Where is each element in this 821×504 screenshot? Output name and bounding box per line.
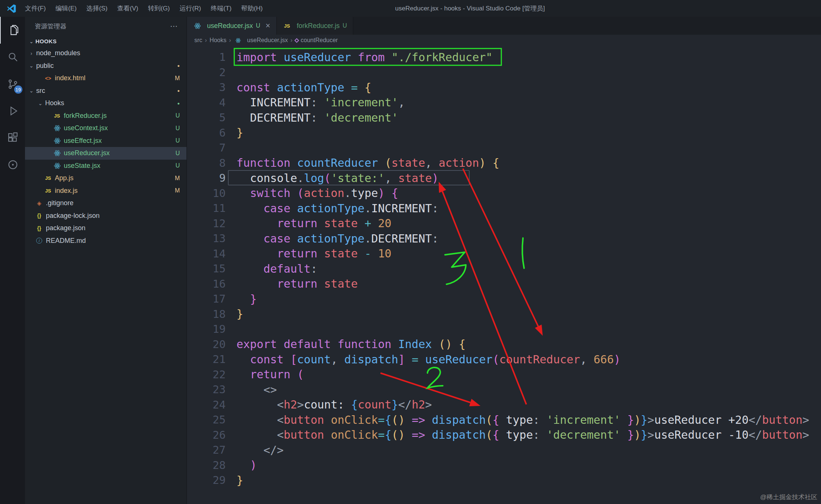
line-number[interactable]: 24 xyxy=(187,398,236,411)
line-number[interactable]: 27 xyxy=(187,444,236,456)
run-debug-icon[interactable] xyxy=(0,97,25,124)
code-line-14[interactable]: 14 return state - 10 xyxy=(187,246,821,262)
tree-item-node-modules[interactable]: ›node_modules xyxy=(25,47,187,60)
line-number[interactable]: 14 xyxy=(187,247,236,260)
tree-item-hooks[interactable]: ⌄Hooks● xyxy=(25,97,187,110)
line-number[interactable]: 3 xyxy=(187,81,236,94)
code-line-7[interactable]: 7 xyxy=(187,140,821,156)
menu-item-5[interactable]: 运行(R) xyxy=(175,0,206,17)
line-number[interactable]: 26 xyxy=(187,429,236,441)
token xyxy=(351,51,358,64)
tree-item-public[interactable]: ⌄public● xyxy=(25,60,187,72)
tree-item-forkreducer-js[interactable]: JSforkReducer.jsU xyxy=(25,110,187,122)
tree-item-readme-md[interactable]: iREADME.md xyxy=(25,235,187,247)
tree-item-usecontext-jsx[interactable]: useContext.jsxU xyxy=(25,122,187,135)
line-number[interactable]: 13 xyxy=(187,232,236,245)
source-control-icon[interactable]: 19 xyxy=(0,71,25,97)
code-line-13[interactable]: 13 case actionType.DECREMENT: xyxy=(187,231,821,246)
tree-item-gitignore[interactable]: ◈.gitignore xyxy=(25,197,187,210)
code-line-19[interactable]: 19 xyxy=(187,322,821,337)
breadcrumb-item-hooks[interactable]: Hooks xyxy=(210,37,226,44)
line-number[interactable]: 6 xyxy=(187,126,236,139)
line-number[interactable]: 28 xyxy=(187,459,236,472)
extensions-icon[interactable] xyxy=(0,124,25,151)
breadcrumb-item-usereducer-jsx[interactable]: useReducer.jsx xyxy=(234,37,288,44)
line-number[interactable]: 25 xyxy=(187,413,236,426)
code-line-4[interactable]: 4 INCREMENT: 'increment', xyxy=(187,95,821,110)
tab-forkreducer-js[interactable]: JSforkReducer.jsU xyxy=(277,17,354,35)
line-number[interactable]: 5 xyxy=(187,111,236,124)
section-header-hooks[interactable]: ⌄ HOOKS xyxy=(25,35,187,47)
code-line-29[interactable]: 29} xyxy=(187,473,821,488)
code-editor[interactable]: 1import useReducer from "./forkReducer"2… xyxy=(187,46,821,504)
code-line-22[interactable]: 22 return ( xyxy=(187,367,821,382)
line-number[interactable]: 16 xyxy=(187,278,236,290)
menu-item-4[interactable]: 转到(G) xyxy=(143,0,175,17)
line-number[interactable]: 11 xyxy=(187,202,236,215)
line-number[interactable]: 8 xyxy=(187,157,236,169)
code-line-24[interactable]: 24 <h2>count: {count}</h2> xyxy=(187,397,821,413)
breadcrumb-item-src[interactable]: src xyxy=(194,37,202,44)
tree-item-package-lock-json[interactable]: {}package-lock.json xyxy=(25,210,187,222)
menu-item-1[interactable]: 编辑(E) xyxy=(51,0,82,17)
code-line-1[interactable]: 1import useReducer from "./forkReducer" xyxy=(187,50,821,65)
code-line-21[interactable]: 21 const [count, dispatch] = useReducer(… xyxy=(187,352,821,367)
line-number[interactable]: 21 xyxy=(187,353,236,366)
code-line-8[interactable]: 8function countReducer (state, action) { xyxy=(187,156,821,171)
code-line-26[interactable]: 26 <button onClick={() => dispatch({ typ… xyxy=(187,428,821,443)
line-number[interactable]: 1 xyxy=(187,51,236,63)
line-number[interactable]: 18 xyxy=(187,308,236,320)
tree-item-app-js[interactable]: JSApp.jsM xyxy=(25,172,187,185)
menu-item-2[interactable]: 选择(S) xyxy=(81,0,112,17)
code-line-5[interactable]: 5 DECREMENT: 'decrement' xyxy=(187,110,821,125)
code-line-18[interactable]: 18} xyxy=(187,307,821,322)
line-number[interactable]: 4 xyxy=(187,96,236,109)
code-line-17[interactable]: 17 } xyxy=(187,291,821,307)
tree-item-usestate-jsx[interactable]: useState.jsxU xyxy=(25,160,187,172)
tree-item-src[interactable]: ⌄src● xyxy=(25,85,187,97)
line-number[interactable]: 9 xyxy=(187,172,236,184)
code-line-28[interactable]: 28 ) xyxy=(187,458,821,473)
code-line-23[interactable]: 23 <> xyxy=(187,382,821,397)
remote-icon[interactable] xyxy=(0,151,25,178)
code-line-6[interactable]: 6} xyxy=(187,125,821,141)
search-icon[interactable] xyxy=(0,44,25,71)
token: { xyxy=(385,428,391,441)
code-line-20[interactable]: 20export default function Index () { xyxy=(187,337,821,352)
close-icon[interactable]: × xyxy=(266,22,270,30)
line-number[interactable]: 17 xyxy=(187,292,236,305)
line-number[interactable]: 7 xyxy=(187,141,236,154)
line-number[interactable]: 15 xyxy=(187,262,236,275)
breadcrumb-item-countreducer[interactable]: countReducer xyxy=(295,37,338,44)
tree-item-index-html[interactable]: <>index.htmlM xyxy=(25,72,187,85)
menu-item-0[interactable]: 文件(F) xyxy=(20,0,51,17)
more-actions-icon[interactable]: ⋯ xyxy=(170,22,178,31)
line-number[interactable]: 19 xyxy=(187,323,236,335)
code-line-16[interactable]: 16 return state xyxy=(187,276,821,292)
menu-item-7[interactable]: 帮助(H) xyxy=(236,0,268,17)
line-number[interactable]: 10 xyxy=(187,187,236,200)
tree-item-package-json[interactable]: {}package.json xyxy=(25,222,187,235)
line-number[interactable]: 2 xyxy=(187,66,236,79)
code-line-15[interactable]: 15 default: xyxy=(187,261,821,276)
line-number[interactable]: 22 xyxy=(187,368,236,381)
line-number[interactable]: 23 xyxy=(187,383,236,396)
explorer-icon[interactable] xyxy=(0,17,25,44)
code-line-9[interactable]: 9 console.log('state:', state) xyxy=(187,170,821,186)
code-line-3[interactable]: 3const actionType = { xyxy=(187,80,821,95)
code-line-11[interactable]: 11 case actionType.INCREMENT: xyxy=(187,201,821,216)
code-line-10[interactable]: 10 switch (action.type) { xyxy=(187,186,821,201)
tab-usereducer-jsx[interactable]: useReducer.jsxU× xyxy=(187,17,277,35)
menu-item-6[interactable]: 终端(T) xyxy=(206,0,236,17)
line-number[interactable]: 12 xyxy=(187,217,236,230)
tree-item-usereducer-jsx[interactable]: useReducer.jsxU xyxy=(25,147,187,160)
code-line-2[interactable]: 2 xyxy=(187,65,821,80)
menu-item-3[interactable]: 查看(V) xyxy=(112,0,143,17)
line-number[interactable]: 29 xyxy=(187,474,236,486)
tree-item-useeffect-jsx[interactable]: useEffect.jsxU xyxy=(25,135,187,147)
code-line-27[interactable]: 27 </> xyxy=(187,442,821,458)
tree-item-index-js[interactable]: JSindex.jsM xyxy=(25,185,187,197)
code-line-12[interactable]: 12 return state + 20 xyxy=(187,216,821,231)
code-line-25[interactable]: 25 <button onClick={() => dispatch({ typ… xyxy=(187,412,821,428)
line-number[interactable]: 20 xyxy=(187,338,236,351)
